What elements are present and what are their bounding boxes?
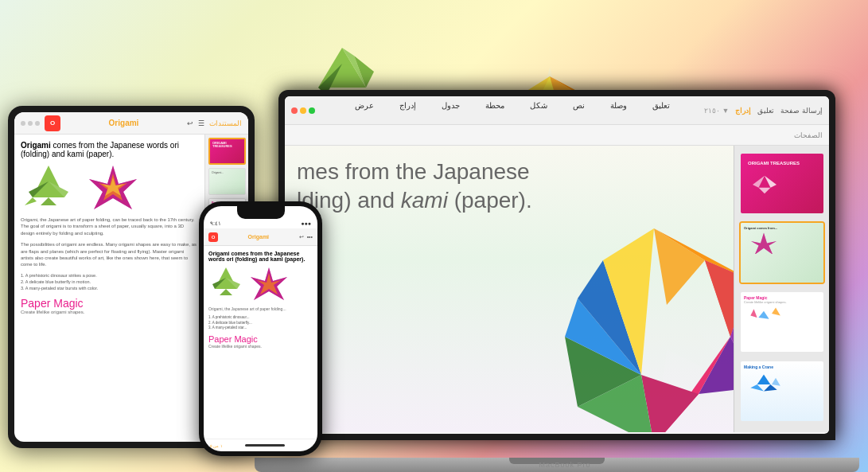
svg-marker-64: [220, 289, 232, 295]
menu-text[interactable]: نص: [566, 101, 591, 120]
laptop: عرض إدراج جدول محطة شكل نص وصلة تعليق ٢١…: [278, 90, 851, 472]
phone-screen: ٩:٤١ ●●● O Origami ↩ ••• Origami comes f…: [204, 206, 317, 451]
laptop-tab-bar: الصفحات: [285, 125, 829, 146]
svg-marker-50: [764, 384, 777, 391]
comment-tab[interactable]: تعليق: [757, 107, 774, 115]
dot-3: [35, 121, 40, 126]
phone-notch: [237, 206, 285, 219]
phone-time: ٩:٤١: [210, 220, 221, 227]
phone-list-1: 1. A prehistoric dinosaur...: [208, 315, 313, 319]
laptop-big-text: mes from the Japanese lding) and kami (p…: [297, 158, 614, 216]
svg-marker-44: [751, 233, 777, 254]
menu-view[interactable]: عرض: [348, 101, 380, 120]
thumb-4-title: Making a Crane: [744, 365, 820, 369]
share-button[interactable]: إرسالة صفحة: [780, 107, 823, 115]
tablet-paper-magic-sub: Create lifelike origami shapes.: [21, 310, 198, 314]
big-text-end: (paper).: [454, 188, 532, 213]
tablet-heading: Origami comes from the Japanese words or…: [21, 141, 198, 158]
thumb-2-content: Origami comes from...: [741, 223, 823, 260]
phone-frame: ٩:٤١ ●●● O Origami ↩ ••• Origami comes f…: [199, 201, 322, 456]
phone-heading: Origami comes from the Japanese words or…: [208, 251, 313, 262]
laptop-main-content: mes from the Japanese lding) and kami (p…: [285, 146, 829, 432]
thumbnail-4[interactable]: Making a Crane: [739, 360, 825, 423]
phone-toolbar: O Origami ↩ •••: [204, 228, 317, 246]
list-item-1: 1. A prehistoric dinosaur strikes a pose…: [21, 273, 198, 278]
tablet-thumb-2[interactable]: Origami...: [208, 168, 246, 195]
thumb-3-preview: Paper Magic Create lifelike origami shap…: [741, 292, 823, 352]
svg-marker-42: [759, 187, 771, 193]
minimize-dot[interactable]: [300, 107, 306, 114]
tablet-topbar: O Origami ↩ ☰ المستندات: [14, 112, 248, 135]
close-dot[interactable]: [291, 107, 298, 114]
phone-page-indicator: ١ من ٥: [210, 443, 223, 448]
phone-list-3: 3. A many-petaled star...: [208, 326, 313, 330]
phone-list-2: 2. A delicate blue butterfly...: [208, 321, 313, 325]
thumb-2-text: Origami comes from...: [744, 226, 820, 230]
thumbnail-2[interactable]: Origami comes from...: [739, 221, 825, 284]
phone-list: 1. A prehistoric dinosaur... 2. A delica…: [208, 315, 313, 330]
phone-paper-magic: Paper Magic: [208, 334, 313, 344]
svg-marker-40: [765, 175, 777, 187]
thumb-3-body: Create lifelike origami shapes.: [744, 300, 820, 304]
tablet-list[interactable]: ☰: [198, 119, 204, 127]
tablet-document: Origami comes from the Japanese words or…: [14, 135, 204, 442]
big-text-content: mes from the Japanese lding) and kami (p…: [297, 158, 614, 216]
phone-star-svg: [247, 265, 291, 303]
laptop-menu-bar: عرض إدراج جدول محطة شكل نص وصلة تعليق ٢١…: [285, 96, 829, 125]
tablet-thumb-2-content: Origami...: [209, 169, 245, 177]
dot-1: [21, 121, 25, 126]
tablet-star: [81, 162, 145, 213]
phone-images: [208, 265, 313, 303]
phone-paper-magic-sub: Create lifelike origami shapes.: [208, 344, 313, 349]
svg-marker-48: [757, 375, 771, 385]
menu-comment[interactable]: تعليق: [646, 101, 676, 120]
phone-dino: [208, 265, 244, 297]
phone-heading-bold: Origami: [208, 251, 229, 256]
menu-layout[interactable]: محطة: [479, 101, 511, 120]
thumb-3-birds: [744, 306, 784, 326]
menu-shape[interactable]: شكل: [524, 101, 554, 120]
menu-link[interactable]: وصلة: [604, 101, 633, 120]
maximize-dot[interactable]: [309, 107, 315, 114]
macbook-pro-label: MacBook Pro: [539, 461, 590, 469]
thumb-4-preview: Making a Crane: [741, 361, 823, 421]
list-item-2: 2. A delicate blue butterfly in motion.: [21, 279, 198, 284]
tablet-images-row: [21, 162, 198, 213]
phone-more[interactable]: •••: [307, 234, 313, 240]
phone-title: Origami: [221, 234, 296, 240]
svg-marker-51: [772, 378, 780, 386]
tablet-thumb-1-text: ORIGAMITREASURES: [212, 142, 242, 149]
tablet-thumb-2-text: Origami...: [212, 171, 243, 174]
tablet-undo[interactable]: ↩: [187, 119, 193, 127]
tablet-title: Origami: [65, 119, 182, 127]
menu-table[interactable]: جدول: [435, 101, 466, 120]
svg-marker-56: [25, 197, 37, 205]
phone-content: Origami comes from the Japanese words or…: [204, 246, 317, 439]
thumbnail-3[interactable]: Paper Magic Create lifelike origami shap…: [739, 291, 825, 353]
tablet-icon-text: O: [50, 119, 55, 127]
laptop-document: mes from the Japanese lding) and kami (p…: [285, 146, 734, 432]
big-text-em: kami: [401, 188, 448, 213]
tablet-nav-label[interactable]: المستندات: [209, 119, 242, 127]
tablet-heading-bold: Origami: [21, 141, 51, 150]
phone: ٩:٤١ ●●● O Origami ↩ ••• Origami comes f…: [199, 201, 322, 456]
thumb-2-preview: Origami comes from...: [741, 223, 823, 283]
tablet-thumb-1[interactable]: ORIGAMITREASURES: [208, 138, 246, 165]
tablet-body2: The possibilities of origami are endless…: [21, 241, 198, 268]
phone-signal: ●●●: [301, 220, 311, 227]
insert-tab[interactable]: إدراج: [735, 107, 751, 115]
thumbnail-1[interactable]: ORIGAMI TREASURES: [739, 152, 825, 215]
svg-marker-55: [41, 197, 56, 205]
svg-marker-47: [772, 308, 780, 316]
window-controls: [291, 107, 315, 114]
laptop-screen-inner: عرض إدراج جدول محطة شكل نص وصلة تعليق ٢١…: [285, 96, 829, 434]
menu-insert[interactable]: إدراج: [393, 101, 422, 120]
svg-marker-41: [753, 175, 765, 187]
laptop-thumbnails: ORIGAMI TREASURES: [734, 146, 829, 432]
laptop-origami-star: [527, 209, 734, 432]
phone-undo[interactable]: ↩: [299, 234, 304, 240]
phone-app-icon: O: [208, 232, 218, 242]
thumb-4-content: Making a Crane: [741, 361, 823, 401]
tablet-thumb-1-content: ORIGAMITREASURES: [210, 139, 244, 151]
tablet-dino: [21, 162, 76, 209]
